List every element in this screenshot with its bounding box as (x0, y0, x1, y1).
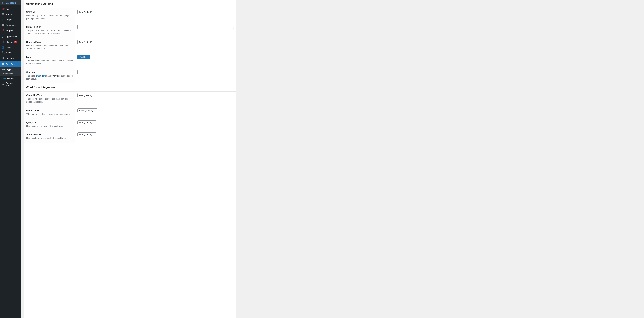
field-header: Show in Menu Where to show the post type… (24, 38, 75, 53)
kava-logo-icon: kava (1, 77, 6, 80)
sidebar-item-recipes[interactable]: 📌 recipes (0, 28, 21, 33)
sidebar-item-settings[interactable]: ⚙ Settings (0, 55, 21, 61)
collapse-label: Collapse menu (6, 82, 20, 87)
sidebar-item-label: recipes (6, 29, 13, 32)
row-query-var: Query Var Sets the query_var key for thi… (24, 119, 236, 131)
field-label: Show in REST (26, 133, 73, 136)
sidebar-item-comments[interactable]: 💬 Comments (0, 22, 21, 28)
show-ui-select[interactable]: True (default) (78, 10, 96, 14)
query-var-select[interactable]: True (default) (78, 120, 96, 124)
slug-icon-input[interactable] (78, 70, 156, 74)
row-menu-position: Menu Position The position in the menu o… (24, 23, 236, 38)
sidebar-item-label: Plugins (6, 41, 13, 43)
sidebar-item-theme[interactable]: kava Theme (0, 76, 21, 81)
row-show-ui: Show UI Whether to generate a default UI… (24, 8, 236, 23)
sidebar-item-media[interactable]: 🖼 Media (0, 11, 21, 17)
sidebar-item-appearance[interactable]: 🖌 Appearance (0, 34, 21, 39)
field-header: Icon This icon will be overriden if a Da… (24, 53, 75, 68)
field-desc: The post type to use to build the read, … (26, 97, 73, 104)
field-label: Capability Type (26, 94, 73, 96)
field-header: Menu Position The position in the menu o… (24, 23, 75, 38)
capability-type-select[interactable]: Post (default) (78, 93, 96, 97)
sidebar-item-label: Users (6, 46, 12, 49)
settings-icon: ⚙ (1, 56, 5, 60)
sidebar-item-label: Dashboard (6, 1, 16, 4)
dashboard-icon: ◐ (1, 1, 5, 4)
tools-icon: 🔧 (1, 51, 5, 54)
row-capability-type: Capability Type The post type to use to … (24, 91, 236, 107)
pages-icon: ▤ (1, 18, 5, 21)
field-label: Hierarchical (26, 109, 73, 112)
field-header: Query Var Sets the query_var key for thi… (24, 119, 75, 131)
sidebar-item-label: Tools (6, 51, 11, 54)
show-in-rest-select[interactable]: True (default) (78, 133, 96, 137)
sidebar-item-label: Posts (6, 8, 11, 10)
sidebar-submenu: Post Types Taxonomies (0, 67, 21, 76)
row-show-in-rest: Show in REST Sets the show_in_rest key f… (24, 131, 236, 143)
field-desc: This uses (Dash Icons) and overrides the… (26, 74, 73, 80)
pin-icon: 📌 (1, 29, 5, 32)
grid-icon: ▦ (1, 62, 5, 66)
field-label: Show in Menu (26, 41, 73, 43)
field-label: Menu Position (26, 26, 73, 28)
field-desc: Sets the query_var key for this post typ… (26, 125, 73, 128)
row-hierarchical: Hierarchical Whether the post type is hi… (24, 107, 236, 119)
menu-position-input[interactable] (78, 25, 234, 29)
dash-icons-link[interactable]: Dash Icons (36, 75, 46, 77)
sidebar-item-label: Theme (7, 77, 14, 80)
field-desc: This icon will be overriden if a Dash Ic… (26, 59, 73, 65)
admin-sidebar: ◐ Dashboard 📌 Posts 🖼 Media ▤ Pages 💬 Co… (0, 0, 21, 318)
sidebar-item-plugins[interactable]: 🔌 Plugins 3 (0, 39, 21, 44)
field-label: Query Var (26, 121, 73, 124)
update-badge: 3 (14, 40, 17, 43)
sidebar-item-label: Pages (6, 18, 12, 21)
field-label: Icon (26, 56, 73, 58)
form-canvas: Admin Menu Options Show UI Whether to ge… (24, 0, 236, 318)
section-wordpress-integration: WordPress Integration (24, 83, 236, 91)
field-desc: Whether the post type is hierarchical (e… (26, 113, 73, 116)
sidebar-item-pages[interactable]: ▤ Pages (0, 17, 21, 22)
sidebar-item-label: Media (6, 13, 12, 15)
collapse-menu-button[interactable]: ◀ Collapse menu (0, 81, 21, 88)
sidebar-item-posts[interactable]: 📌 Posts (0, 6, 21, 11)
field-desc: The position in the menu order the post … (26, 29, 73, 35)
plugin-icon: 🔌 (1, 40, 5, 43)
users-icon: 👤 (1, 45, 5, 49)
sidebar-item-tools[interactable]: 🔧 Tools (0, 50, 21, 55)
field-desc: Sets the show_in_rest key for this post … (26, 137, 73, 140)
section-admin-menu-options: Admin Menu Options (24, 0, 236, 8)
field-header: Show UI Whether to generate a default UI… (24, 8, 75, 23)
main-content: Admin Menu Options Show UI Whether to ge… (21, 0, 644, 318)
row-icon: Icon This icon will be overriden if a Da… (24, 53, 236, 68)
sidebar-item-label: Settings (6, 57, 14, 59)
field-label: Show UI (26, 10, 73, 13)
field-desc: Whether to generate a default UI for man… (26, 14, 73, 20)
field-header: Hierarchical Whether the post type is hi… (24, 107, 75, 119)
comments-icon: 💬 (1, 23, 5, 27)
sidebar-sub-post-types[interactable]: Post Types (0, 68, 21, 71)
hierarchical-select[interactable]: False (default) (78, 108, 97, 112)
sidebar-sub-taxonomies[interactable]: Taxonomies (0, 71, 21, 75)
empty-right-gutter (236, 0, 644, 318)
sidebar-item-dashboard[interactable]: ◐ Dashboard (0, 0, 21, 5)
sidebar-item-label: Appearance (6, 35, 18, 38)
brush-icon: 🖌 (1, 35, 5, 38)
field-header: Capability Type The post type to use to … (24, 92, 75, 107)
field-label: Slug Icon (26, 71, 73, 73)
sidebar-item-users[interactable]: 👤 Users (0, 44, 21, 50)
field-header: Slug Icon This uses (Dash Icons) and ove… (24, 68, 75, 83)
show-in-menu-select[interactable]: True (default) (78, 40, 96, 44)
field-desc: Where to show the post type in the admin… (26, 44, 73, 50)
sidebar-item-label: Post Types (6, 63, 16, 65)
field-header: Show in REST Sets the show_in_rest key f… (24, 131, 75, 143)
row-show-in-menu: Show in Menu Where to show the post type… (24, 38, 236, 53)
media-icon: 🖼 (1, 12, 5, 16)
collapse-icon: ◀ (1, 83, 5, 86)
add-icon-button[interactable]: Add icon (78, 55, 90, 59)
pin-icon: 📌 (1, 7, 5, 10)
sidebar-item-label: Comments (6, 24, 16, 26)
row-slug-icon: Slug Icon This uses (Dash Icons) and ove… (24, 68, 236, 83)
sidebar-item-post-types[interactable]: ▦ Post Types (0, 61, 21, 67)
